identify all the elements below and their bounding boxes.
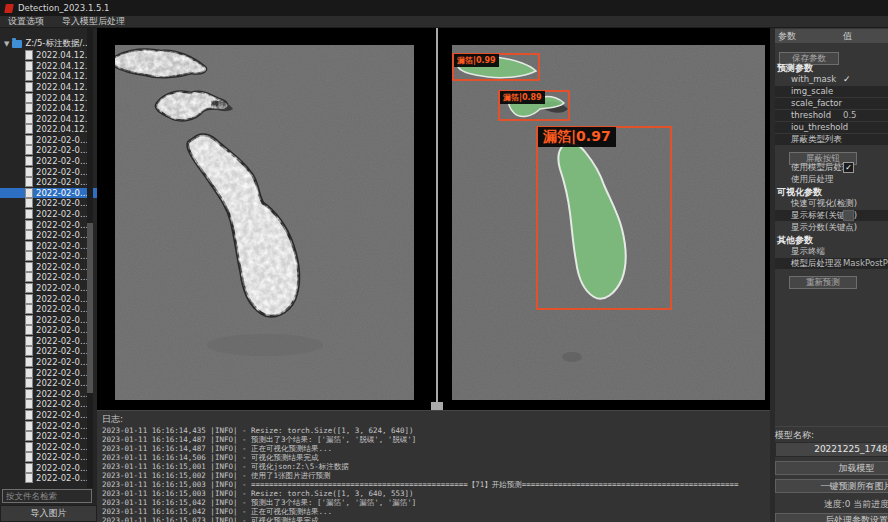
file-icon bbox=[26, 326, 32, 334]
file-tree-item[interactable]: 2022-02-0... bbox=[0, 420, 97, 431]
source-image-panel[interactable] bbox=[115, 45, 414, 400]
file-icon bbox=[26, 464, 32, 472]
file-tree-item[interactable]: 2022-02-0... bbox=[0, 251, 97, 262]
file-tree-item[interactable]: 2022-02-0... bbox=[0, 166, 97, 177]
file-tree-item[interactable]: 2022-02-0... bbox=[0, 325, 97, 336]
param-row-model-postprocessor[interactable]: 模型后处理器 MaskPostPro bbox=[775, 258, 888, 269]
file-tree-item[interactable]: 2022-02-0... bbox=[0, 346, 97, 357]
load-model-button[interactable]: 加载模型 bbox=[775, 461, 888, 475]
file-tree-item[interactable]: 2022-02-0... bbox=[0, 198, 97, 209]
prediction-image-panel[interactable]: 漏箔|0.99 漏箔|0.89 漏箔|0.97 bbox=[452, 45, 765, 400]
chevron-down-icon: ▼ bbox=[4, 40, 9, 48]
root-folder-label: Z:/5-标注数据/... bbox=[25, 38, 90, 50]
file-tree-root[interactable]: ▼ Z:/5-标注数据/... bbox=[0, 38, 97, 50]
file-tree-item[interactable]: 2022-02-0... bbox=[0, 135, 97, 146]
menu-item-settings[interactable]: 设置选项 bbox=[8, 15, 44, 28]
file-name: 2022-02-0... bbox=[36, 262, 88, 272]
file-tree-item[interactable]: 2022.04.12... bbox=[0, 71, 97, 82]
file-tree-item[interactable]: 2022-02-0... bbox=[0, 410, 97, 421]
file-tree-item[interactable]: 2022.04.12... bbox=[0, 50, 97, 61]
predict-all-button[interactable]: 一键预测所有图片 bbox=[775, 479, 888, 493]
file-tree-item[interactable]: 2022-02-0... bbox=[0, 473, 97, 484]
threshold-value[interactable]: 0.5 bbox=[843, 110, 857, 121]
file-icon bbox=[26, 474, 32, 482]
checkmark-icon[interactable]: ✓ bbox=[843, 74, 851, 85]
checkbox-checked-icon[interactable]: ✓ bbox=[843, 162, 854, 173]
file-icon bbox=[26, 400, 32, 408]
file-tree-item[interactable]: 2022.04.12... bbox=[0, 61, 97, 72]
log-panel: 日志: 2023-01-11 16:16:14,435 |INFO| - Res… bbox=[97, 410, 770, 522]
postprocess-settings-button[interactable]: 后处理参数设置 bbox=[775, 513, 888, 522]
repredict-button[interactable]: 重新预测 bbox=[789, 276, 857, 289]
postprocessor-value[interactable]: MaskPostPro bbox=[843, 258, 888, 269]
file-tree-item[interactable]: 2022.04.12... bbox=[0, 103, 97, 114]
param-row-show-scores[interactable]: 显示分数(关键点) bbox=[775, 222, 888, 233]
detection-box-3 bbox=[536, 126, 672, 310]
file-tree-item[interactable]: 2022.04.12... bbox=[0, 113, 97, 124]
file-name: 2022-02-0... bbox=[36, 421, 88, 431]
file-tree-item[interactable]: 2022-02-0... bbox=[0, 177, 97, 188]
file-tree-item[interactable]: 2022-02-0... bbox=[0, 240, 97, 251]
param-row-mask-type-list[interactable]: 屏蔽类型列表 bbox=[775, 134, 888, 145]
param-row-use-postprocess[interactable]: 使用后处理 bbox=[775, 174, 888, 185]
file-tree-item[interactable]: 2022-02-0... bbox=[0, 357, 97, 368]
file-tree-item[interactable]: 2022-02-0... bbox=[0, 219, 97, 230]
file-tree-item[interactable]: 2022-02-0... bbox=[0, 293, 97, 304]
param-row-with-mask[interactable]: with_mask ✓ bbox=[775, 74, 888, 85]
file-tree-item[interactable]: 2022-02-0... bbox=[0, 431, 97, 442]
param-row-show-terminal[interactable]: 显示终端 bbox=[775, 246, 888, 257]
file-tree-item[interactable]: 2022-02-0... bbox=[0, 262, 97, 273]
import-images-button[interactable]: 导入图片 bbox=[0, 505, 97, 522]
search-input[interactable] bbox=[2, 489, 92, 503]
file-tree-item[interactable]: 2022-02-0... bbox=[0, 399, 97, 410]
file-tree-item[interactable]: 2022-02-0... bbox=[0, 145, 97, 156]
detection-label-1: 漏箔|0.99 bbox=[454, 54, 499, 67]
file-tree-item[interactable]: 2022-02-0... bbox=[0, 230, 97, 241]
parameter-table-header: 参数 值 bbox=[775, 29, 888, 43]
file-icon bbox=[26, 178, 32, 186]
tree-scrollbar-handle[interactable] bbox=[87, 223, 93, 393]
file-tree-item[interactable]: 2022-02-0... bbox=[0, 283, 97, 294]
file-tree-item[interactable]: 2022-02-0... bbox=[0, 272, 97, 283]
log-output[interactable]: 2023-01-11 16:16:14,435 |INFO| - Resize:… bbox=[102, 426, 767, 522]
file-tree-item[interactable]: 2022-02-0... bbox=[0, 336, 97, 347]
window-title: Detection_2023.1.5.1 bbox=[18, 3, 110, 13]
file-name: 2022-02-0... bbox=[36, 473, 88, 483]
checkbox-unchecked-icon[interactable] bbox=[843, 210, 854, 221]
file-icon bbox=[26, 231, 32, 239]
file-name: 2022.04.12... bbox=[36, 71, 93, 81]
file-name: 2022-02-0... bbox=[36, 315, 88, 325]
file-tree-item[interactable]: 2022.04.12... bbox=[0, 82, 97, 93]
file-name: 2022-02-0... bbox=[36, 463, 88, 473]
file-tree-item[interactable]: 2022.04.12... bbox=[0, 92, 97, 103]
file-tree-item[interactable]: 2022-02-0... bbox=[0, 378, 97, 389]
file-icon bbox=[26, 411, 32, 419]
model-name-field[interactable]: 20221225_174813 bbox=[775, 442, 888, 457]
file-tree-item[interactable]: 2022-02-0... bbox=[0, 389, 97, 400]
param-row-scale-factor[interactable]: scale_factor bbox=[775, 98, 888, 109]
file-tree-item[interactable]: 2022-02-0... bbox=[0, 441, 97, 452]
file-tree-item[interactable]: 2022-02-0... bbox=[0, 452, 97, 463]
param-row-show-labels[interactable]: 显示标签(关键点) bbox=[775, 210, 888, 221]
file-tree-item[interactable]: 2022-02-0... bbox=[0, 209, 97, 220]
file-tree-item[interactable]: 2022-02-0... bbox=[0, 367, 97, 378]
file-tree-item[interactable]: 2022-02-0... bbox=[0, 463, 97, 474]
log-line: 2023-01-11 16:16:15,042 |INFO| - 正在可视化预测… bbox=[102, 507, 767, 516]
menu-item-import-postprocess[interactable]: 导入模型后处理 bbox=[62, 15, 125, 28]
file-tree-item[interactable]: 2022-02-0... bbox=[0, 304, 97, 315]
file-tree-item[interactable]: 2022-02-0... bbox=[0, 314, 97, 325]
pane-splitter[interactable] bbox=[436, 28, 438, 410]
param-row-use-model-postprocess[interactable]: 使用模型后处理 ✓ bbox=[775, 162, 888, 173]
file-tree-item[interactable]: 2022.04.12... bbox=[0, 124, 97, 135]
file-name: 2022-02-0... bbox=[36, 442, 88, 452]
param-row-img-scale[interactable]: img_scale bbox=[775, 86, 888, 97]
tree-scrollbar[interactable] bbox=[87, 28, 93, 488]
param-row-threshold[interactable]: threshold 0.5 bbox=[775, 110, 888, 121]
file-icon bbox=[26, 210, 32, 218]
pane-splitter-handle[interactable] bbox=[431, 402, 443, 410]
file-tree-item[interactable]: 2022-02-0... bbox=[0, 156, 97, 167]
param-row-iou-threshold[interactable]: iou_threshold bbox=[775, 122, 888, 133]
file-tree-item[interactable]: 2022-02-0... bbox=[0, 188, 97, 199]
file-name: 2022-02-0... bbox=[36, 188, 88, 198]
param-row-fast-visualize[interactable]: 快速可视化(检测) bbox=[775, 198, 888, 209]
